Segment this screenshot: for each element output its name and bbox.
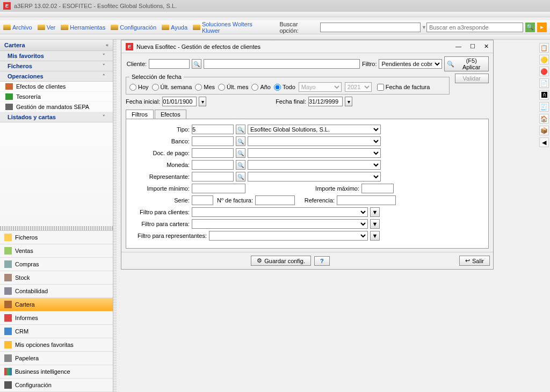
radio-mes[interactable]: Mes bbox=[195, 84, 215, 91]
fcartera-select[interactable] bbox=[192, 219, 368, 229]
nav-informes[interactable]: Informes bbox=[0, 311, 113, 325]
radio-todo[interactable]: Todo bbox=[274, 84, 295, 91]
buscar-opcion-input[interactable] bbox=[320, 23, 421, 32]
banco-select[interactable] bbox=[248, 136, 381, 146]
serie-input[interactable] bbox=[192, 195, 213, 205]
cliente-code-input[interactable] bbox=[149, 59, 190, 69]
moneda-search[interactable]: 🔍 bbox=[236, 160, 245, 170]
nav-crm[interactable]: CRM bbox=[0, 325, 113, 338]
cliente-name-input[interactable] bbox=[204, 59, 360, 69]
sidebar-item-efectos-clientes[interactable]: Efectos de clientes bbox=[0, 82, 113, 92]
sidebar-section-ficheros[interactable]: Ficheros˅ bbox=[0, 61, 113, 71]
filtro-select[interactable]: Pendientes de cobrar;Pen bbox=[379, 59, 442, 69]
impmin-input[interactable] bbox=[192, 184, 245, 193]
menu-soluciones[interactable]: Soluciones Wolters Kluwer bbox=[193, 21, 271, 34]
docpago-input[interactable] bbox=[192, 148, 234, 158]
close-button[interactable]: ✕ bbox=[484, 43, 489, 50]
nfact-input[interactable] bbox=[255, 195, 295, 205]
moneda-label: Moneda: bbox=[132, 162, 190, 168]
rt-icon-8[interactable]: 📦 bbox=[539, 126, 549, 135]
radio-hoy[interactable]: Hoy bbox=[129, 84, 149, 91]
rt-icon-9[interactable]: ◀ bbox=[539, 137, 549, 147]
nav-bi[interactable]: Business intelligence bbox=[0, 365, 113, 379]
nav-cartera[interactable]: Cartera bbox=[0, 298, 113, 311]
rt-icon-7[interactable]: 🏠 bbox=[539, 114, 549, 124]
fclientes-filter-button[interactable]: ▼ bbox=[370, 207, 380, 217]
fecha-factura-check[interactable]: Fecha de factura bbox=[377, 84, 430, 91]
a3responde-input[interactable] bbox=[426, 23, 523, 32]
ref-input[interactable] bbox=[337, 195, 396, 205]
salir-button[interactable]: ↩ Salir bbox=[459, 256, 490, 266]
menu-ver[interactable]: Ver bbox=[38, 24, 56, 31]
nav-papelera[interactable]: Papelera bbox=[0, 352, 113, 365]
gear-icon bbox=[4, 381, 12, 389]
tab-efectos[interactable]: Efectos bbox=[155, 110, 186, 119]
menu-ayuda[interactable]: Ayuda bbox=[162, 24, 187, 31]
star-icon bbox=[4, 341, 12, 349]
nav-favoritas[interactable]: Mis opciones favoritas bbox=[0, 338, 113, 352]
cliente-search-button[interactable]: 🔍 bbox=[192, 59, 201, 69]
rt-icon-5[interactable]: 🅰 bbox=[539, 90, 549, 100]
sidebar-section-favoritos[interactable]: Mis favoritos˅ bbox=[0, 51, 113, 61]
banco-search[interactable]: 🔍 bbox=[236, 136, 245, 146]
repr-label: Representante: bbox=[132, 173, 190, 180]
impmax-input[interactable] bbox=[361, 184, 394, 193]
radio-ult-semana[interactable]: Últ. semana bbox=[152, 84, 192, 91]
rss-button[interactable]: ▸ bbox=[537, 23, 547, 32]
moneda-input[interactable] bbox=[192, 160, 234, 170]
aplicar-button[interactable]: 🔍 (F5) Aplicar bbox=[444, 56, 489, 71]
tipo-select[interactable]: Esofitec Global Solutions, S.L. bbox=[248, 125, 381, 134]
moneda-select[interactable] bbox=[248, 160, 381, 170]
rt-icon-4[interactable]: 📄 bbox=[539, 78, 549, 88]
nav-contabilidad[interactable]: Contabilidad bbox=[0, 285, 113, 298]
collapse-icon[interactable]: « bbox=[106, 42, 108, 48]
dropdown-icon[interactable]: ▼ bbox=[422, 25, 426, 30]
fecha-final-input[interactable] bbox=[308, 97, 343, 106]
radio-ano[interactable]: Año bbox=[251, 84, 271, 91]
tipo-input[interactable] bbox=[192, 125, 234, 134]
nav-ventas[interactable]: Ventas bbox=[0, 244, 113, 258]
sidebar-item-tesoreria[interactable]: Tesorería bbox=[0, 92, 113, 102]
help-button[interactable]: ? bbox=[314, 256, 330, 266]
menu-herramientas[interactable]: Herramientas bbox=[61, 24, 105, 31]
nav-stock[interactable]: Stock bbox=[0, 271, 113, 285]
money-icon bbox=[5, 93, 13, 100]
splitter[interactable] bbox=[0, 226, 113, 230]
rt-icon-6[interactable]: 🧾 bbox=[539, 102, 549, 112]
rt-icon-1[interactable]: 📋 bbox=[539, 43, 549, 53]
banco-input[interactable] bbox=[192, 136, 234, 146]
radio-ult-mes[interactable]: Últ. mes bbox=[218, 84, 248, 91]
tipo-search[interactable]: 🔍 bbox=[236, 125, 245, 134]
repr-input[interactable] bbox=[192, 172, 234, 182]
menu-configuracion[interactable]: Configuración bbox=[111, 24, 156, 31]
briefcase-icon bbox=[5, 83, 13, 90]
search-button[interactable]: 🔍 bbox=[525, 23, 535, 32]
sidebar-item-mandatos-sepa[interactable]: Gestión de mandatos SEPA bbox=[0, 102, 113, 112]
ff-label: Fecha final: bbox=[276, 98, 306, 105]
sidebar-section-operaciones[interactable]: Operaciones˄ bbox=[0, 71, 113, 82]
ff-dropdown[interactable]: ▾ bbox=[345, 97, 352, 106]
rt-icon-3[interactable]: 🔴 bbox=[539, 67, 549, 76]
minimize-button[interactable]: — bbox=[455, 43, 461, 50]
fcartera-filter-button[interactable]: ▼ bbox=[370, 219, 380, 229]
nav-ficheros[interactable]: Ficheros bbox=[0, 231, 113, 244]
sidebar-section-listados[interactable]: Listados y cartas˅ bbox=[0, 112, 113, 122]
guardar-config-button[interactable]: ⚙ Guardar config. bbox=[251, 256, 311, 266]
sidebar-header: Cartera« bbox=[0, 40, 113, 51]
rt-icon-2[interactable]: 🟡 bbox=[539, 55, 549, 64]
nav-compras[interactable]: Compras bbox=[0, 258, 113, 271]
tab-filtros[interactable]: Filtros bbox=[126, 110, 154, 119]
repr-search[interactable]: 🔍 bbox=[236, 172, 245, 182]
repr-select[interactable] bbox=[248, 172, 381, 182]
fi-dropdown[interactable]: ▾ bbox=[199, 97, 206, 106]
docpago-search[interactable]: 🔍 bbox=[236, 148, 245, 158]
docpago-select[interactable] bbox=[248, 148, 381, 158]
fecha-inicial-input[interactable] bbox=[162, 97, 197, 106]
maximize-button[interactable]: ☐ bbox=[470, 43, 475, 50]
menu-archivo[interactable]: Archivo bbox=[3, 24, 32, 31]
fcartera-label: Filtro para cartera: bbox=[132, 221, 190, 227]
fclientes-select[interactable] bbox=[192, 207, 368, 217]
frepr-select[interactable] bbox=[209, 231, 368, 241]
nav-config[interactable]: Configuración bbox=[0, 379, 113, 392]
frepr-filter-button[interactable]: ▼ bbox=[370, 231, 380, 241]
